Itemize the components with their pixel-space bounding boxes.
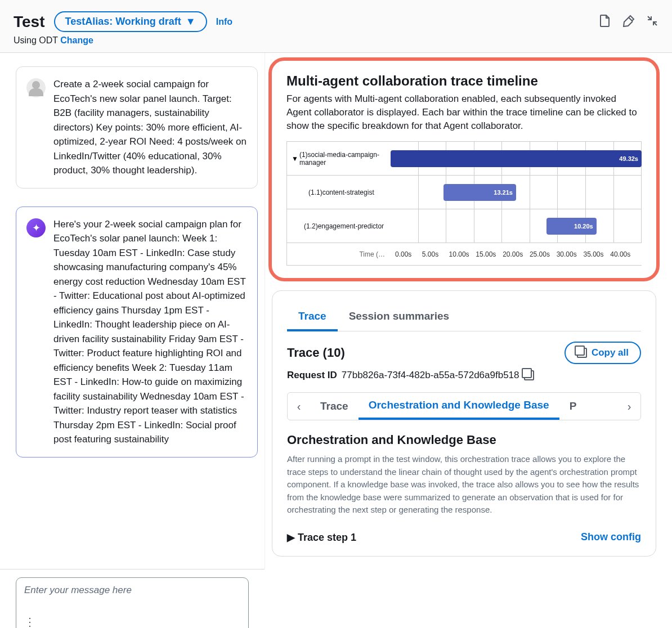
main-tabs: Trace Session summaries: [287, 303, 641, 331]
info-link[interactable]: Info: [216, 17, 232, 27]
change-link[interactable]: Change: [60, 35, 93, 45]
gantt-bar[interactable]: 49.32s: [391, 150, 642, 167]
broom-icon[interactable]: [622, 15, 635, 27]
section-title: Orchestration and Knowledge Base: [287, 433, 641, 447]
agent-message-text: Here's your 2-week social campaign plan …: [53, 217, 247, 447]
trace-details-panel: Trace Session summaries Trace (10) Copy …: [272, 290, 656, 557]
model-subheader: Using ODT Change: [14, 35, 658, 46]
gantt-chart: ▼(1)social-media-campaign-manager 49.32s…: [286, 141, 642, 266]
expand-triangle-icon[interactable]: ▼: [292, 155, 298, 163]
gantt-bar[interactable]: 10.20s: [546, 218, 597, 235]
alias-label: TestAlias: Working draft: [65, 16, 181, 28]
user-message-card: Create a 2-week social campaign for EcoT…: [16, 66, 258, 189]
agent-avatar-icon: ✦: [26, 218, 46, 237]
timeline-panel: Multi-agent collaboration trace timeline…: [272, 61, 656, 278]
chevron-down-icon: ▼: [186, 16, 196, 28]
series-label: (1.1)content-strategist: [308, 189, 374, 196]
request-id-value: 77bb826a-73f4-482b-a55a-572d6a9fb518: [342, 370, 519, 381]
gantt-bar[interactable]: 13.21s: [443, 184, 516, 201]
copy-all-button[interactable]: Copy all: [565, 342, 641, 364]
gantt-row: (1.2)engagement-predictor 10.20s: [287, 209, 642, 243]
axis-label: Time (…: [287, 250, 391, 258]
collapse-icon[interactable]: [646, 15, 658, 27]
subtab-prev-button[interactable]: ‹: [288, 393, 310, 420]
section-description: After running a prompt in the test windo…: [287, 453, 641, 517]
gantt-row: (1.1)content-strategist 13.21s: [287, 176, 642, 209]
subtab-orchestration[interactable]: Orchestration and Knowledge Base: [359, 393, 559, 420]
subtab-next-partial[interactable]: P: [559, 393, 587, 420]
user-avatar-icon: [26, 78, 46, 97]
agent-message-card: ✦ Here's your 2-week social campaign pla…: [16, 207, 258, 457]
copy-request-id-button[interactable]: [524, 370, 534, 380]
expand-triangle-icon: ▶: [287, 532, 298, 543]
message-input[interactable]: Enter your message here ⋮: [16, 577, 249, 628]
timeline-description: For agents with Multi-agent collaboratio…: [286, 92, 642, 132]
page-header: Test TestAlias: Working draft ▼ Info Usi…: [0, 0, 672, 53]
tab-session-summaries[interactable]: Session summaries: [338, 303, 460, 331]
document-icon[interactable]: [599, 15, 611, 27]
user-message-text: Create a 2-week social campaign for EcoT…: [53, 77, 247, 178]
page-title: Test: [14, 13, 45, 31]
input-placeholder: Enter your message here: [24, 585, 240, 596]
trace-step-row[interactable]: ▶ Trace step 1 Show config: [287, 531, 641, 544]
gantt-row: ▼(1)social-media-campaign-manager 49.32s: [287, 142, 642, 176]
timeline-title: Multi-agent collaboration trace timeline: [286, 73, 642, 89]
trace-count: Trace (10): [287, 346, 345, 360]
series-label: (1)social-media-campaign-manager: [299, 151, 391, 167]
show-config-link[interactable]: Show config: [581, 531, 641, 543]
request-id-row: Request ID 77bb826a-73f4-482b-a55a-572d6…: [287, 370, 641, 381]
copy-icon: [577, 348, 587, 358]
input-menu-button[interactable]: ⋮: [24, 615, 35, 628]
gantt-axis: Time (… 0.00s 5.00s 10.00s 15.00s 20.00s…: [287, 243, 642, 266]
tab-trace[interactable]: Trace: [287, 303, 338, 331]
trace-subtabs: ‹ Trace Orchestration and Knowledge Base…: [287, 392, 641, 420]
series-label: (1.2)engagement-predictor: [304, 222, 384, 230]
subtab-next-button[interactable]: ›: [618, 393, 640, 420]
subtab-trace[interactable]: Trace: [310, 393, 359, 420]
gantt-ticks: 0.00s 5.00s 10.00s 15.00s 20.00s 25.00s …: [391, 250, 642, 258]
alias-dropdown[interactable]: TestAlias: Working draft ▼: [54, 11, 207, 32]
